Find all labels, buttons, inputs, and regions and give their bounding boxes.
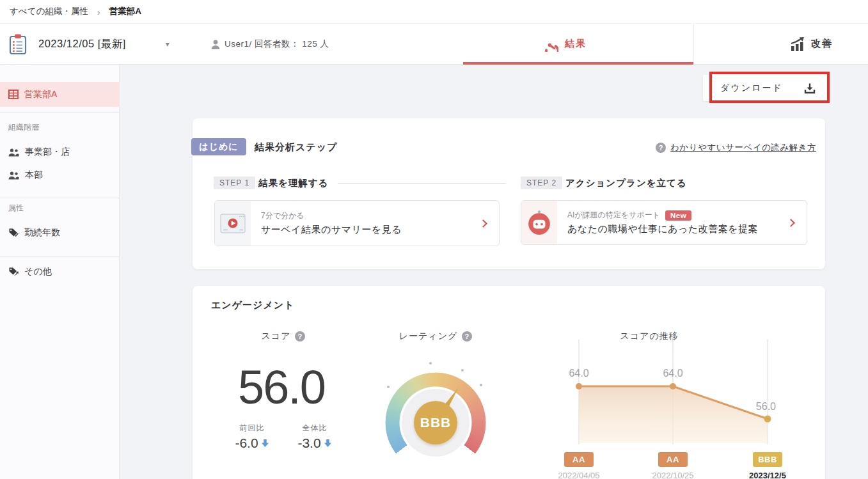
breadcrumb-current: 営業部A — [109, 6, 141, 17]
prev-comparison-value: -6.0 — [235, 436, 258, 451]
sidebar-section-attr: 属性 — [8, 203, 24, 214]
people-group-icon — [8, 148, 19, 157]
score-trend-chart: 64.0 64.0 56.0 — [547, 340, 816, 444]
engagement-card: エンゲージメント スコア レーティング スコアの推移 56.0 前回比 -6.0… — [193, 286, 825, 479]
breadcrumb-chevron-icon: › — [97, 6, 100, 17]
tags-arrow-icon — [8, 267, 19, 276]
help-icon — [656, 143, 666, 153]
ai-card-title: あなたの職場や仕事にあった改善案を提案 — [567, 223, 788, 235]
sidebar-item-tenure[interactable]: 勤続年数 — [0, 223, 120, 242]
ai-card-text: AIが課題の特定をサポート New あなたの職場や仕事にあった改善案を提案 — [557, 201, 788, 244]
step1-title: 結果を理解する — [258, 177, 329, 189]
trend-point-label: 64.0 — [663, 368, 683, 379]
engagement-title: エンゲージメント — [211, 299, 294, 311]
prev-comparison: 前回比 -6.0 — [226, 423, 278, 451]
respondent-info: User1/ 回答者数： 125 人 — [211, 24, 329, 65]
download-button[interactable]: ダウンロード — [703, 75, 828, 101]
prev-comparison-label: 前回比 — [226, 423, 278, 434]
robot-icon — [527, 210, 551, 235]
respondent-count-label: User1/ 回答者数： 125 人 — [225, 38, 329, 50]
trend-date: 2022/10/25 — [635, 471, 711, 479]
overall-comparison-value: -3.0 — [297, 436, 320, 451]
rating-header: レーティング — [372, 331, 500, 342]
sidebar-item-label: 勤続年数 — [24, 227, 60, 239]
download-icon — [804, 82, 816, 94]
ai-suggestion-card[interactable]: AIが課題の特定をサポート New あなたの職場や仕事にあった改善案を提案 — [521, 200, 807, 245]
trend-point[interactable] — [764, 416, 771, 423]
gauge-tick — [429, 362, 432, 365]
sidebar-item-label: 事業部・店 — [25, 146, 70, 158]
step1-badge: STEP 1 — [214, 177, 255, 189]
sidebar-divider — [0, 198, 120, 198]
sidebar-divider — [0, 112, 120, 113]
step2-title: アクションプランを立てる — [565, 177, 687, 189]
survey-guide-link[interactable]: わかりやすいサーベイの読み解き方 — [656, 142, 816, 153]
arrow-down-icon — [261, 439, 269, 448]
sidebar-item-other[interactable]: その他 — [0, 262, 120, 281]
gauge-icon — [541, 36, 558, 52]
ai-card-subtitle: AIが課題の特定をサポート — [567, 210, 660, 221]
tab-improve[interactable]: 改善 — [789, 24, 833, 64]
ai-card-subtitle-row: AIが課題の特定をサポート New — [567, 210, 788, 221]
video-player-icon — [220, 214, 246, 233]
score-label: スコア — [262, 331, 291, 342]
video-card-subtitle: 7分で分かる — [261, 210, 480, 221]
video-icon-strip — [215, 201, 251, 246]
sidebar-item-label: その他 — [24, 266, 52, 278]
trend-point[interactable] — [576, 383, 582, 389]
trend-point-label: 56.0 — [756, 401, 776, 412]
survey-date-label: 2023/12/05 [最新] — [38, 37, 126, 51]
trend-point[interactable] — [670, 383, 676, 389]
step-divider-line — [338, 183, 505, 184]
tab-results[interactable]: 結果 — [541, 24, 587, 64]
score-header: スコア — [219, 331, 347, 342]
rating-value-badge: BBB — [414, 401, 457, 444]
score-comparison: 前回比 -6.0 全体比 -3.0 — [226, 423, 341, 451]
breadcrumb: すべての組織・属性 › 営業部A — [0, 0, 868, 24]
tab-improve-label: 改善 — [811, 38, 833, 50]
user-icon — [211, 40, 220, 49]
breadcrumb-root[interactable]: すべての組織・属性 — [10, 6, 88, 17]
header-divider — [693, 24, 694, 65]
trend-point-label: 64.0 — [569, 368, 588, 379]
building-icon — [8, 90, 19, 99]
step2-badge: STEP 2 — [521, 177, 562, 189]
overall-comparison-label: 全体比 — [288, 423, 341, 434]
sidebar-item-label: 営業部A — [24, 89, 57, 100]
sidebar: 営業部A 組織階層 事業部・店 本部 属性 勤続年数 — [0, 65, 120, 479]
trend-date-current: 2023/12/5 — [729, 471, 806, 479]
active-tab-underline — [463, 62, 693, 65]
chevron-down-icon: ▾ — [166, 40, 170, 49]
bar-chart-up-icon — [789, 37, 805, 51]
people-group-icon — [8, 171, 19, 180]
trend-area — [579, 386, 768, 443]
trend-rating-badge: AA — [564, 452, 594, 467]
sidebar-item-headquarters[interactable]: 本部 — [0, 166, 120, 185]
help-icon[interactable] — [295, 331, 305, 342]
sidebar-item-business-store[interactable]: 事業部・店 — [0, 143, 120, 162]
survey-guide-link-label: わかりやすいサーベイの読み解き方 — [670, 142, 816, 153]
ai-icon-strip — [521, 201, 557, 244]
help-icon[interactable] — [462, 331, 472, 342]
tags-icon — [8, 228, 19, 237]
intro-card: はじめに 結果分析ステップ わかりやすいサーベイの読み解き方 STEP 1 結果… — [193, 118, 825, 269]
chevron-right-icon — [787, 219, 795, 227]
overall-comparison: 全体比 -3.0 — [288, 423, 341, 451]
gauge-tick — [461, 369, 464, 372]
tab-results-label: 結果 — [565, 38, 587, 50]
video-card-text: 7分で分かる サーベイ結果のサマリーを見る — [251, 201, 480, 246]
chevron-right-icon — [479, 219, 487, 228]
survey-date-selector[interactable]: 2023/12/05 [最新] ▾ — [38, 24, 170, 65]
sidebar-item-sales-dept[interactable]: 営業部A — [0, 82, 120, 107]
rating-label: レーティング — [399, 331, 458, 342]
video-card-title: サーベイ結果のサマリーを見る — [261, 224, 480, 236]
sidebar-item-label: 本部 — [25, 169, 43, 181]
new-badge: New — [665, 210, 691, 221]
trend-rating-badge: AA — [658, 452, 688, 467]
trend-date: 2022/04/05 — [541, 471, 617, 479]
trend-rating-badge: BBB — [753, 452, 782, 467]
intro-badge: はじめに — [191, 138, 246, 155]
arrow-down-icon — [324, 439, 332, 448]
summary-video-card[interactable]: 7分で分かる サーベイ結果のサマリーを見る — [214, 200, 500, 246]
download-label: ダウンロード — [720, 82, 783, 94]
